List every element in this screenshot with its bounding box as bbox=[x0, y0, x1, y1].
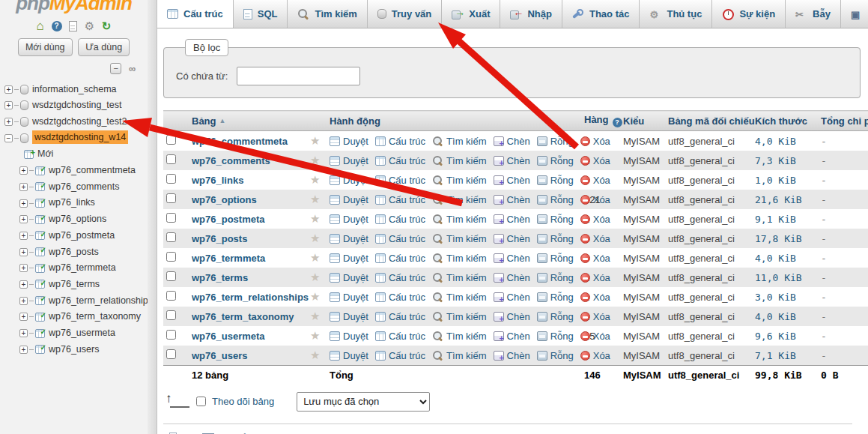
empty-action[interactable]: Rỗng bbox=[537, 272, 574, 283]
insert-action[interactable]: Chèn bbox=[494, 233, 530, 244]
table-name-link[interactable]: wp76_links bbox=[192, 175, 243, 186]
with-selected-dropdown[interactable]: Lưu mục đã chọn bbox=[297, 392, 430, 412]
search-action[interactable]: Tìm kiếm bbox=[432, 311, 486, 322]
drop-action[interactable]: Xóa bbox=[580, 175, 610, 186]
browse-action[interactable]: Duyệt bbox=[330, 311, 368, 322]
drop-action[interactable]: Xóa bbox=[580, 136, 610, 147]
search-action[interactable]: Tìm kiếm bbox=[432, 214, 486, 225]
insert-action[interactable]: Chèn bbox=[494, 136, 530, 147]
browse-action[interactable]: Duyệt bbox=[330, 214, 368, 225]
row-checkbox[interactable] bbox=[166, 193, 176, 203]
table-name-link[interactable]: wp76_term_relationships bbox=[192, 292, 309, 303]
favorite-star-icon[interactable]: ★ bbox=[310, 232, 320, 244]
drop-action[interactable]: Xóa bbox=[580, 292, 610, 303]
drop-action[interactable]: Xóa bbox=[580, 311, 610, 322]
drop-action[interactable]: Xóa bbox=[580, 155, 610, 166]
collapse-all-icon[interactable]: − bbox=[110, 63, 121, 74]
header-type[interactable]: Kiểu bbox=[620, 111, 665, 131]
search-action[interactable]: Tìm kiếm bbox=[432, 331, 486, 342]
refresh-icon[interactable]: ↻ bbox=[102, 21, 112, 31]
tree-expander-icon[interactable] bbox=[19, 264, 28, 272]
favorite-star-icon[interactable]: ★ bbox=[310, 154, 320, 166]
browse-action[interactable]: Duyệt bbox=[330, 292, 368, 303]
empty-action[interactable]: Rỗng bbox=[537, 136, 574, 147]
row-checkbox[interactable] bbox=[166, 310, 176, 320]
sidebar-table-wp76_commentmeta[interactable]: wp76_commentmeta bbox=[0, 162, 148, 178]
favorite-star-icon[interactable]: ★ bbox=[310, 173, 320, 186]
favorite-star-icon[interactable]: ★ bbox=[310, 329, 320, 342]
insert-action[interactable]: Chèn bbox=[494, 350, 530, 361]
tree-expander-icon[interactable] bbox=[19, 329, 28, 337]
tree-expander-icon[interactable] bbox=[19, 215, 28, 223]
search-action[interactable]: Tìm kiếm bbox=[432, 350, 486, 361]
empty-action[interactable]: Rỗng bbox=[537, 194, 574, 205]
browse-action[interactable]: Duyệt bbox=[330, 175, 368, 186]
empty-action[interactable]: Rỗng bbox=[537, 233, 574, 244]
browse-action[interactable]: Duyệt bbox=[330, 350, 368, 361]
rows-hint-icon[interactable]: ? bbox=[613, 118, 622, 127]
browse-action[interactable]: Duyệt bbox=[330, 272, 368, 283]
sidebar-table-wp76_posts[interactable]: wp76_posts bbox=[0, 244, 148, 260]
doc-icon[interactable] bbox=[69, 21, 77, 31]
favorite-star-icon[interactable]: ★ bbox=[310, 349, 320, 361]
drop-action[interactable]: Xóa bbox=[580, 350, 610, 361]
structure-action[interactable]: Cấu trúc bbox=[375, 331, 425, 342]
tab-designer[interactable]: Bộ thiết kế bbox=[841, 0, 868, 28]
empty-action[interactable]: Rỗng bbox=[537, 350, 574, 361]
row-checkbox[interactable] bbox=[166, 154, 176, 164]
table-name-link[interactable]: wp76_comments bbox=[192, 155, 270, 166]
favorite-star-icon[interactable]: ★ bbox=[310, 134, 320, 147]
drop-action[interactable]: Xóa bbox=[580, 272, 610, 283]
empty-action[interactable]: Rỗng bbox=[537, 155, 574, 166]
tree-expander-icon[interactable] bbox=[19, 346, 28, 354]
tree-expander-icon[interactable] bbox=[4, 85, 13, 94]
browse-action[interactable]: Duyệt bbox=[330, 253, 368, 264]
empty-action[interactable]: Rỗng bbox=[537, 253, 574, 264]
search-action[interactable]: Tìm kiếm bbox=[432, 194, 486, 205]
structure-action[interactable]: Cấu trúc bbox=[375, 155, 425, 166]
browse-action[interactable]: Duyệt bbox=[330, 331, 368, 342]
header-overhead[interactable]: Tổng chi phí bbox=[818, 111, 868, 131]
row-checkbox[interactable] bbox=[166, 271, 176, 281]
tree-item-label[interactable]: wp76_comments bbox=[49, 181, 120, 191]
sidebar-table-wp76_terms[interactable]: wp76_terms bbox=[0, 276, 148, 292]
sidebar-table-wp76_termmeta[interactable]: wp76_termmeta bbox=[0, 259, 148, 276]
insert-action[interactable]: Chèn bbox=[494, 292, 530, 303]
favorite-star-icon[interactable]: ★ bbox=[310, 310, 320, 322]
tab-import[interactable]: Nhập bbox=[500, 0, 562, 28]
favorite-tables-button[interactable]: Ưa dùng bbox=[78, 38, 130, 56]
structure-action[interactable]: Cấu trúc bbox=[375, 214, 425, 225]
insert-action[interactable]: Chèn bbox=[494, 311, 530, 322]
search-action[interactable]: Tìm kiếm bbox=[432, 272, 486, 283]
drop-action[interactable]: Xóa bbox=[580, 331, 610, 342]
row-checkbox[interactable] bbox=[166, 232, 176, 242]
tab-triggers[interactable]: Bẫy bbox=[786, 0, 841, 28]
sidebar-table-wp76_comments[interactable]: wp76_comments bbox=[0, 178, 148, 195]
tree-expander-icon[interactable] bbox=[19, 232, 28, 240]
tree-expander-icon[interactable] bbox=[4, 118, 13, 126]
tree-item-label[interactable]: wp76_options bbox=[49, 214, 106, 224]
insert-action[interactable]: Chèn bbox=[494, 253, 530, 264]
tree-item-label[interactable]: wp76_term_taxonomy bbox=[49, 311, 141, 322]
tree-expander-icon[interactable] bbox=[19, 313, 28, 321]
search-action[interactable]: Tìm kiếm bbox=[432, 175, 486, 186]
empty-action[interactable]: Rỗng bbox=[537, 311, 574, 322]
row-checkbox[interactable] bbox=[166, 349, 176, 359]
structure-action[interactable]: Cấu trúc bbox=[375, 350, 425, 361]
favorite-star-icon[interactable]: ★ bbox=[310, 193, 320, 205]
tab-structure[interactable]: Cấu trúc bbox=[157, 0, 234, 28]
favorite-star-icon[interactable]: ★ bbox=[310, 251, 320, 264]
table-name-link[interactable]: wp76_postmeta bbox=[192, 214, 265, 225]
favorite-star-icon[interactable]: ★ bbox=[310, 212, 320, 225]
table-name-link[interactable]: wp76_term_taxonomy bbox=[192, 311, 294, 322]
tree-item-label[interactable]: wp76_postmeta bbox=[49, 230, 115, 241]
table-name-link[interactable]: wp76_users bbox=[192, 350, 247, 361]
sidebar-table-wp76_links[interactable]: wp76_links bbox=[0, 194, 148, 211]
table-name-link[interactable]: wp76_terms bbox=[192, 272, 248, 283]
tab-search[interactable]: Tìm kiếm bbox=[288, 0, 367, 28]
tab-export[interactable]: Xuất bbox=[442, 0, 500, 28]
search-action[interactable]: Tìm kiếm bbox=[432, 233, 486, 244]
structure-action[interactable]: Cấu trúc bbox=[375, 136, 425, 147]
favorite-star-icon[interactable]: ★ bbox=[310, 290, 320, 303]
browse-action[interactable]: Duyệt bbox=[330, 136, 368, 147]
